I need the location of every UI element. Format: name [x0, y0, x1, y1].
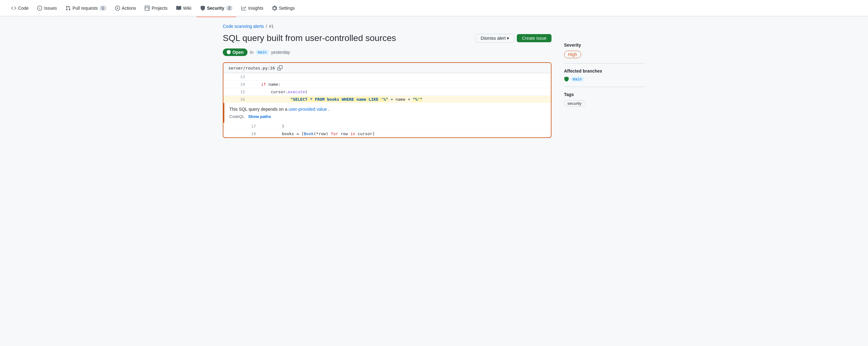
status-in-text: in — [250, 50, 253, 55]
sidebar-tags-label: Tags — [564, 92, 645, 97]
security-icon — [200, 6, 205, 11]
nav-item-pull-requests[interactable]: Pull requests 1 — [62, 3, 110, 13]
file-path: server/routes.py:16 — [228, 66, 275, 70]
table-row: 15 cursor.execute( — [223, 88, 551, 96]
nav-label-settings: Settings — [279, 6, 295, 11]
actions-icon — [115, 6, 120, 11]
security-badge: 2 — [226, 6, 233, 11]
nav-label-projects: Projects — [152, 6, 167, 11]
line-num-14: 14 — [223, 81, 249, 88]
nav-label-pr: Pull requests — [72, 6, 98, 11]
breadcrumb-link[interactable]: Code scanning alerts — [223, 24, 264, 29]
top-nav: Code Issues Pull requests 1 Actions — [0, 0, 868, 16]
nav-item-issues[interactable]: Issues — [33, 3, 60, 13]
breadcrumb-current: #1 — [269, 24, 274, 29]
settings-icon — [272, 6, 277, 11]
nav-label-actions: Actions — [122, 6, 136, 11]
table-row: 14 if name: — [223, 81, 551, 88]
code-table: 13 14 if name: 15 cursor.execute( 16 — [223, 73, 551, 103]
tag-pill: security — [564, 100, 585, 107]
wiki-icon — [176, 6, 181, 11]
nav-label-issues: Issues — [44, 6, 57, 11]
alert-text-start: This SQL query depends on a — [229, 107, 287, 112]
alert-message-text: This SQL query depends on a user-provide… — [229, 107, 546, 112]
content-area: Code scanning alerts / #1 SQL query buil… — [223, 24, 552, 138]
nav-item-settings[interactable]: Settings — [269, 3, 299, 13]
branch-row: main — [564, 77, 645, 82]
breadcrumb: Code scanning alerts / #1 — [223, 24, 552, 29]
sidebar-branch-pill: main — [571, 77, 584, 82]
alert-text-end: . — [328, 107, 329, 112]
code-table-bottom: 17 ) 18 books = [Book(*row) for row in c… — [223, 123, 551, 137]
sidebar-severity-section: Severity High — [564, 42, 645, 63]
shield-check-icon — [226, 50, 231, 54]
code-panel: server/routes.py:16 13 14 — [223, 62, 552, 138]
line-num-15: 15 — [223, 88, 249, 96]
page-header: SQL query built from user-controlled sou… — [223, 32, 552, 44]
codeql-label: CodeQL — [229, 114, 244, 119]
alert-footer: CodeQL Show paths — [229, 114, 546, 119]
insights-icon — [241, 6, 246, 11]
table-row: 18 books = [Book(*row) for row in cursor… — [223, 130, 551, 138]
pr-badge: 1 — [100, 6, 106, 11]
projects-icon — [145, 6, 150, 11]
table-row: 17 ) — [223, 123, 551, 130]
status-time: yesterday — [271, 50, 290, 55]
line-code-14: if name: — [249, 81, 551, 88]
alert-user-provided-link[interactable]: user-provided value — [288, 107, 327, 112]
code-panel-header: server/routes.py:16 — [223, 63, 551, 73]
copy-icon[interactable] — [277, 65, 282, 70]
nav-label-security: Security — [207, 6, 224, 11]
nav-label-wiki: Wiki — [183, 6, 191, 11]
table-row-highlighted: 16 "SELECT * FROM books WHERE name LIKE … — [223, 96, 551, 103]
create-issue-button[interactable]: Create issue — [517, 34, 552, 42]
status-row: Open in main yesterday — [223, 49, 552, 56]
branch-name-pill: main — [256, 50, 269, 55]
line-num-18: 18 — [223, 130, 260, 138]
dismiss-alert-button[interactable]: Dismiss alert ▾ — [475, 34, 514, 42]
nav-item-code[interactable]: Code — [7, 3, 32, 13]
open-status-badge: Open — [223, 49, 247, 56]
issues-icon — [37, 6, 42, 11]
status-label: Open — [232, 50, 244, 55]
code-icon — [11, 6, 16, 11]
breadcrumb-separator: / — [266, 24, 267, 29]
line-code-16: "SELECT * FROM books WHERE name LIKE '%"… — [249, 96, 551, 103]
severity-badge: High — [564, 51, 581, 58]
nav-label-code: Code — [18, 6, 28, 11]
nav-item-security[interactable]: Security 2 — [196, 3, 237, 13]
nav-item-projects[interactable]: Projects — [141, 3, 171, 13]
dismiss-label: Dismiss alert — [480, 36, 505, 41]
pr-icon — [66, 6, 71, 11]
line-num-17: 17 — [223, 123, 260, 130]
line-num-16: 16 — [223, 96, 249, 103]
line-code-17: ) — [260, 123, 551, 130]
line-code-15: cursor.execute( — [249, 88, 551, 96]
show-paths-link[interactable]: Show paths — [248, 114, 271, 119]
table-row: 13 — [223, 73, 551, 81]
sidebar-severity-label: Severity — [564, 42, 645, 48]
sidebar-branches-section: Affected branches main — [564, 63, 645, 87]
sidebar: Severity High Affected branches main Tag… — [564, 24, 645, 138]
sidebar-tags-section: Tags security — [564, 87, 645, 112]
line-code-13 — [249, 73, 551, 81]
nav-item-wiki[interactable]: Wiki — [173, 3, 195, 13]
alert-message: This SQL query depends on a user-provide… — [223, 103, 551, 123]
nav-item-insights[interactable]: Insights — [238, 3, 267, 13]
line-code-18: books = [Book(*row) for row in cursor] — [260, 130, 551, 138]
header-actions: Dismiss alert ▾ Create issue — [475, 34, 552, 42]
nav-item-actions[interactable]: Actions — [111, 3, 140, 13]
nav-label-insights: Insights — [248, 6, 263, 11]
main-wrapper: Code scanning alerts / #1 SQL query buil… — [215, 16, 653, 138]
page-title: SQL query built from user-controlled sou… — [223, 32, 396, 44]
chevron-down-icon: ▾ — [507, 36, 509, 41]
line-num-13: 13 — [223, 73, 249, 81]
branch-shield-icon — [564, 77, 569, 82]
sidebar-branches-label: Affected branches — [564, 68, 645, 74]
